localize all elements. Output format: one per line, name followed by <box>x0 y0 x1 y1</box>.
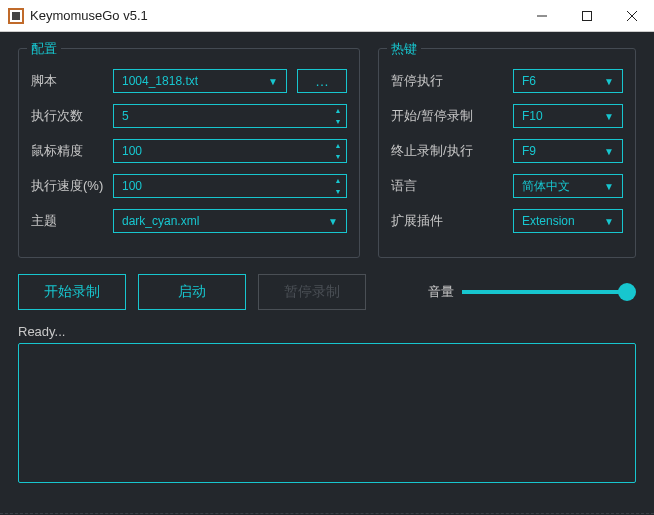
chevron-down-icon: ▼ <box>604 216 614 227</box>
chevron-down-icon: ▼ <box>604 111 614 122</box>
svg-rect-3 <box>582 11 591 20</box>
spin-down-icon[interactable]: ▼ <box>330 151 346 162</box>
stop-rec-exec-combo[interactable]: F9 ▼ <box>513 139 623 163</box>
script-value: 1004_1818.txt <box>122 74 198 88</box>
config-panel: 配置 脚本 1004_1818.txt ▼ … 执行次数 5 ▲▼ <box>18 48 360 258</box>
extension-combo[interactable]: Extension ▼ <box>513 209 623 233</box>
chevron-down-icon: ▼ <box>328 216 338 227</box>
action-row: 开始录制 启动 暂停录制 音量 <box>18 274 636 310</box>
theme-label: 主题 <box>31 212 113 230</box>
start-button[interactable]: 启动 <box>138 274 246 310</box>
window-controls <box>519 0 654 32</box>
exec-count-label: 执行次数 <box>31 107 113 125</box>
status-text: Ready... <box>18 324 636 339</box>
spin-down-icon[interactable]: ▼ <box>330 186 346 197</box>
theme-combo[interactable]: dark_cyan.xml ▼ <box>113 209 347 233</box>
start-pause-rec-label: 开始/暂停录制 <box>391 107 491 125</box>
spin-up-icon[interactable]: ▲ <box>330 140 346 151</box>
chevron-down-icon: ▼ <box>604 76 614 87</box>
content-area: 配置 脚本 1004_1818.txt ▼ … 执行次数 5 ▲▼ <box>0 32 654 515</box>
exec-speed-input[interactable]: 100 ▲▼ <box>113 174 347 198</box>
slider-thumb[interactable] <box>618 283 636 301</box>
svg-rect-1 <box>12 12 20 20</box>
exec-speed-label: 执行速度(%) <box>31 177 113 195</box>
pause-exec-label: 暂停执行 <box>391 72 491 90</box>
start-record-button[interactable]: 开始录制 <box>18 274 126 310</box>
chevron-down-icon: ▼ <box>604 146 614 157</box>
start-pause-rec-combo[interactable]: F10 ▼ <box>513 104 623 128</box>
pause-record-button: 暂停录制 <box>258 274 366 310</box>
chevron-down-icon: ▼ <box>268 76 278 87</box>
window-title: KeymomuseGo v5.1 <box>30 8 519 23</box>
stop-rec-exec-label: 终止录制/执行 <box>391 142 491 160</box>
spin-up-icon[interactable]: ▲ <box>330 105 346 116</box>
hotkeys-panel: 热键 暂停执行 F6 ▼ 开始/暂停录制 F10 ▼ 终止录制/执行 F9 <box>378 48 636 258</box>
volume-slider[interactable] <box>462 290 630 294</box>
mouse-precision-label: 鼠标精度 <box>31 142 113 160</box>
spin-up-icon[interactable]: ▲ <box>330 175 346 186</box>
hotkeys-legend: 热键 <box>387 40 421 58</box>
mouse-precision-input[interactable]: 100 ▲▼ <box>113 139 347 163</box>
volume-label: 音量 <box>428 283 454 301</box>
language-label: 语言 <box>391 177 491 195</box>
maximize-button[interactable] <box>564 0 609 32</box>
config-legend: 配置 <box>27 40 61 58</box>
exec-count-input[interactable]: 5 ▲▼ <box>113 104 347 128</box>
close-button[interactable] <box>609 0 654 32</box>
minimize-button[interactable] <box>519 0 564 32</box>
app-icon <box>8 8 24 24</box>
language-combo[interactable]: 简体中文 ▼ <box>513 174 623 198</box>
pause-exec-combo[interactable]: F6 ▼ <box>513 69 623 93</box>
chevron-down-icon: ▼ <box>604 181 614 192</box>
titlebar: KeymomuseGo v5.1 <box>0 0 654 32</box>
script-label: 脚本 <box>31 72 113 90</box>
spin-down-icon[interactable]: ▼ <box>330 116 346 127</box>
log-textarea[interactable] <box>18 343 636 483</box>
browse-button[interactable]: … <box>297 69 347 93</box>
script-combo[interactable]: 1004_1818.txt ▼ <box>113 69 287 93</box>
extension-label: 扩展插件 <box>391 212 491 230</box>
